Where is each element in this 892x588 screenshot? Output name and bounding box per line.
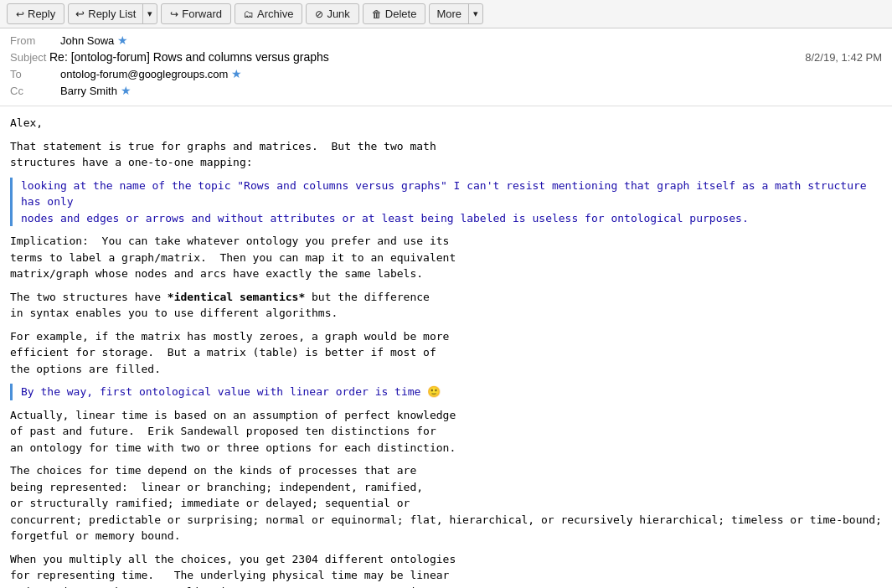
junk-label: Junk xyxy=(327,8,349,20)
quote1-text: looking at the name of the topic "Rows a… xyxy=(21,179,873,224)
reply-list-icon: ↩ xyxy=(75,8,85,20)
email-body: Alex, That statement is true for graphs … xyxy=(0,106,892,588)
from-label: From xyxy=(10,34,60,47)
cc-name: Barry Smith xyxy=(60,85,117,97)
date-text: 8/2/19, 1:42 PM xyxy=(805,51,882,64)
reply-icon: ↩ xyxy=(16,8,24,20)
reply-button[interactable]: ↩ Reply xyxy=(7,3,64,24)
reply-label: Reply xyxy=(28,8,55,20)
forward-icon: ↪ xyxy=(170,8,178,20)
cc-label: Cc xyxy=(10,85,60,97)
toolbar: ↩ Reply ↩ Reply List ▾ ↪ Forward 🗂 Archi… xyxy=(0,0,892,28)
more-label: More xyxy=(436,8,461,20)
forward-button[interactable]: ↪ Forward xyxy=(161,3,231,24)
quote2-emoji: 🙂 xyxy=(427,385,441,398)
archive-button[interactable]: 🗂 Archive xyxy=(235,3,302,24)
delete-label: Delete xyxy=(385,8,417,20)
to-row: To ontolog-forum@googlegroups.com ★ xyxy=(10,67,882,80)
from-name: John Sowa xyxy=(60,34,114,47)
body-para4: For example, if the matrix has mostly ze… xyxy=(10,328,882,378)
reply-list-label: Reply List xyxy=(88,8,136,20)
archive-label: Archive xyxy=(257,8,293,20)
delete-icon: 🗑 xyxy=(372,8,382,20)
body-para1: That statement is true for graphs and ma… xyxy=(10,138,882,171)
reply-list-dropdown[interactable]: ▾ xyxy=(143,5,157,23)
more-button[interactable]: More ▾ xyxy=(429,3,483,24)
from-star-icon: ★ xyxy=(117,34,128,47)
body-quote2: By the way, first ontological value with… xyxy=(10,384,882,400)
to-label: To xyxy=(10,68,60,80)
body-para3-pre: The two structures have xyxy=(10,291,168,303)
to-address: ontolog-forum@googlegroups.com xyxy=(60,68,228,80)
body-para2: Implication: You can take whatever ontol… xyxy=(10,233,882,282)
to-star-icon: ★ xyxy=(231,67,242,80)
quote2-pre: By the way, first ontological value with… xyxy=(21,385,427,398)
more-main[interactable]: More xyxy=(430,4,469,23)
archive-icon: 🗂 xyxy=(244,8,254,20)
junk-icon: ⊘ xyxy=(315,8,323,20)
forward-label: Forward xyxy=(182,8,222,20)
body-para7: When you multiply all the choices, you g… xyxy=(10,551,882,589)
body-para3: The two structures have *identical seman… xyxy=(10,289,882,322)
delete-button[interactable]: 🗑 Delete xyxy=(363,3,426,24)
reply-list-main[interactable]: ↩ Reply List xyxy=(69,4,143,23)
body-para6: The choices for time depend on the kinds… xyxy=(10,462,882,544)
cc-row: Cc Barry Smith ★ xyxy=(10,84,882,97)
subject-text: Re: [ontolog-forum] Rows and columns ver… xyxy=(49,50,329,64)
reply-list-button[interactable]: ↩ Reply List ▾ xyxy=(68,3,157,24)
body-quote1: looking at the name of the topic "Rows a… xyxy=(10,178,882,227)
email-header: From John Sowa ★ Subject Re: [ontolog-fo… xyxy=(0,28,892,106)
body-para3-bold: *identical semantics* xyxy=(168,291,305,303)
subject-row: Subject Re: [ontolog-forum] Rows and col… xyxy=(10,50,882,64)
from-row: From John Sowa ★ xyxy=(10,34,882,47)
body-para5: Actually, linear time is based on an ass… xyxy=(10,407,882,456)
more-dropdown[interactable]: ▾ xyxy=(469,5,482,23)
body-line1: Alex, xyxy=(10,115,882,132)
subject-container: Subject Re: [ontolog-forum] Rows and col… xyxy=(10,50,329,64)
junk-button[interactable]: ⊘ Junk xyxy=(306,3,358,24)
subject-label: Subject xyxy=(10,51,46,64)
cc-star-icon: ★ xyxy=(121,84,131,97)
